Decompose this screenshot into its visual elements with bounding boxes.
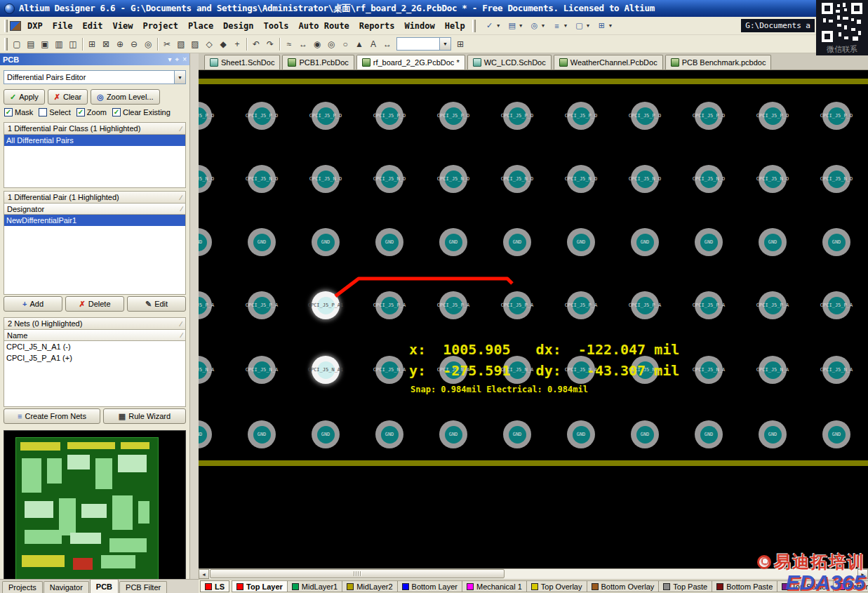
- place-via-icon[interactable]: ◎: [324, 37, 338, 51]
- grid-settings-icon[interactable]: ⊞: [453, 37, 467, 51]
- print-preview-icon[interactable]: ◫: [66, 37, 80, 51]
- apply-button[interactable]: ✓Apply: [4, 89, 45, 105]
- doc-tab-wc-lcd-schdoc[interactable]: WC_LCD.SchDoc: [467, 55, 552, 69]
- checkbox-box[interactable]: ✓: [112, 108, 121, 116]
- toolbar-grip[interactable]: [472, 20, 476, 32]
- zoom-document-icon[interactable]: ⊠: [99, 37, 113, 51]
- save-document-icon[interactable]: ▣: [38, 37, 52, 51]
- delete-button[interactable]: ✗Delete: [65, 296, 124, 312]
- doc-tab-pcb-benchmark-pcbdoc[interactable]: PCB Benchmark.pcbdoc: [665, 55, 772, 69]
- panel-tab-navigator[interactable]: Navigator: [44, 581, 89, 593]
- deselect-icon[interactable]: ◆: [216, 37, 230, 51]
- layer-tab-bottom-layer[interactable]: Bottom Layer: [398, 580, 462, 592]
- checkbox-zoom[interactable]: ✓Zoom: [76, 108, 107, 116]
- menu-item-auto-route[interactable]: Auto Route: [294, 19, 354, 33]
- grid-settings-icon[interactable]: ⊞: [596, 20, 607, 32]
- chevron-down-icon[interactable]: ▼: [439, 38, 450, 50]
- paste-icon[interactable]: ▨: [188, 37, 202, 51]
- design-check-group[interactable]: ✓▼: [482, 19, 503, 33]
- select-area-icon[interactable]: ◇: [202, 37, 216, 51]
- netlist-icon[interactable]: ≡: [552, 20, 563, 32]
- chevron-down-icon[interactable]: ▼: [563, 23, 568, 28]
- scrollbar-thumb[interactable]: [210, 569, 505, 578]
- pcb-canvas[interactable]: CPCI_J5_P_DCPCI_J5_P_DCPCI_J5_P_DCPCI_J5…: [199, 70, 868, 568]
- pair-column-header[interactable]: Designator ∕: [4, 204, 186, 215]
- layer-set-selector[interactable]: LS: [200, 580, 229, 592]
- place-pad-icon[interactable]: ◉: [310, 37, 324, 51]
- documents-group[interactable]: ▤▼: [505, 19, 526, 33]
- open-document-icon[interactable]: ▤: [24, 37, 38, 51]
- zoom-out-icon[interactable]: ⊖: [127, 37, 141, 51]
- menu-item-dxp[interactable]: DXP: [22, 19, 48, 33]
- edit-button[interactable]: ✎Edit: [127, 296, 186, 312]
- browse-web-icon[interactable]: ◎: [529, 20, 540, 32]
- toolbar-combo[interactable]: ▼: [396, 37, 451, 51]
- sheet-template-group[interactable]: ▢▼: [571, 19, 592, 33]
- layer-tab-top-paste[interactable]: Top Paste: [659, 580, 712, 592]
- undo-icon[interactable]: ↶: [249, 37, 263, 51]
- panel-tab-pcb[interactable]: PCB: [90, 579, 119, 593]
- panel-tab-pcb-filter[interactable]: PCB Filter: [119, 581, 167, 593]
- nets-column-header[interactable]: Name ∕: [4, 330, 186, 341]
- panel-pin-icon[interactable]: ⌖: [175, 55, 180, 64]
- doc-tab-rf-board-2-2g-pcbdoc[interactable]: rf_board_2_2G.PcbDoc *: [356, 55, 465, 69]
- add-button[interactable]: +Add: [4, 296, 62, 312]
- doc-tab-pcb1-pcbdoc[interactable]: PCB1.PcbDoc: [282, 55, 354, 69]
- measure-distance-icon[interactable]: ↔: [296, 37, 310, 51]
- chevron-down-icon[interactable]: ▼: [519, 23, 523, 28]
- menu-item-place[interactable]: Place: [183, 19, 218, 33]
- layer-tab-mechanical-1[interactable]: Mechanical 1: [462, 580, 527, 592]
- browse-web-group[interactable]: ◎▼: [527, 19, 548, 33]
- pair-class-section-header[interactable]: 1 Differential Pair Class (1 Highlighted…: [4, 122, 186, 135]
- pair-section-header[interactable]: 1 Differential Pair (1 Highlighted) ∕: [4, 191, 186, 204]
- doc-tab-sheet1-schdoc[interactable]: Sheet1.SchDoc: [204, 55, 280, 69]
- toolbar-grip[interactable]: [4, 38, 8, 51]
- checkbox-box[interactable]: ✓: [4, 108, 13, 116]
- rule-wizard-button[interactable]: ▦Rule Wizard: [103, 408, 186, 424]
- zoom-area-icon[interactable]: ◎: [141, 37, 155, 51]
- layer-tab-bottom-overlay[interactable]: Bottom Overlay: [587, 580, 660, 592]
- layer-tab-top-layer[interactable]: Top Layer: [232, 580, 288, 592]
- redo-icon[interactable]: ↷: [263, 37, 277, 51]
- copy-icon[interactable]: ▧: [174, 37, 188, 51]
- move-object-icon[interactable]: +: [230, 37, 244, 51]
- pair-class-row[interactable]: All Differential Pairs: [4, 135, 185, 146]
- menu-item-view[interactable]: View: [108, 19, 138, 33]
- design-check-icon[interactable]: ✓: [484, 20, 495, 32]
- checkbox-box[interactable]: ✓: [76, 108, 85, 116]
- layer-tab-midlayer1[interactable]: MidLayer1: [288, 580, 342, 592]
- zoom-in-icon[interactable]: ⊕: [113, 37, 127, 51]
- grid-settings-group[interactable]: ⊞▼: [594, 19, 615, 33]
- netlist-group[interactable]: ≡▼: [549, 19, 570, 33]
- scroll-left-icon[interactable]: ◄: [199, 569, 209, 579]
- chevron-down-icon[interactable]: ▼: [608, 23, 613, 28]
- menu-item-reports[interactable]: Reports: [354, 19, 400, 33]
- menu-item-file[interactable]: File: [48, 19, 78, 33]
- interactive-routing-icon[interactable]: ≈: [282, 37, 296, 51]
- documents-icon[interactable]: ▤: [507, 20, 518, 32]
- differential-pair-row[interactable]: NewDifferentialPair1: [4, 215, 185, 226]
- menu-item-project[interactable]: Project: [138, 19, 183, 33]
- menu-item-window[interactable]: Window: [399, 19, 439, 33]
- zoom-window-icon[interactable]: ⊞: [85, 37, 99, 51]
- panel-close-icon[interactable]: ×: [182, 55, 187, 64]
- zoom-level-button[interactable]: ◎Zoom Level...: [91, 89, 159, 105]
- board-preview-thumbnail[interactable]: [4, 430, 186, 591]
- chevron-down-icon[interactable]: ▼: [541, 23, 546, 28]
- checkbox-mask[interactable]: ✓Mask: [4, 108, 33, 116]
- net-row[interactable]: CPCI_J5_N_A1 (-): [4, 341, 185, 352]
- toolbar-grip[interactable]: [4, 20, 8, 32]
- clear-button[interactable]: ✗Clear: [48, 89, 88, 105]
- net-row[interactable]: CPCI_J5_P_A1 (+): [4, 352, 185, 364]
- differential-trace[interactable]: [335, 279, 512, 296]
- chevron-down-icon[interactable]: ▼: [496, 23, 501, 28]
- place-arc-icon[interactable]: ○: [338, 37, 352, 51]
- create-from-nets-button[interactable]: ≡Create From Nets: [4, 408, 100, 424]
- panel-mode-dropdown[interactable]: Differential Pairs Editor ▼: [4, 70, 186, 84]
- place-dimension-icon[interactable]: ↔: [380, 37, 394, 51]
- menu-item-edit[interactable]: Edit: [78, 19, 108, 33]
- checkbox-clear-existing[interactable]: ✓Clear Existing: [112, 108, 171, 116]
- checkbox-select[interactable]: Select: [39, 108, 71, 116]
- place-string-icon[interactable]: A: [366, 37, 380, 51]
- dxp-icon[interactable]: [10, 21, 21, 31]
